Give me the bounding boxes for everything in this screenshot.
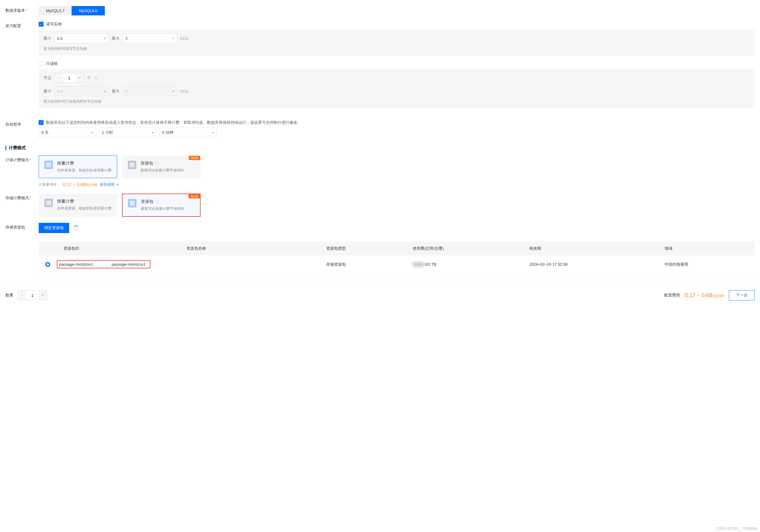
storage-billing-label: 存储计费模式* [5,194,39,201]
rw-min-select[interactable]: 0.5▾ [54,33,109,43]
auto-pause-label: 自动暂停 [5,120,39,127]
row-expire: 2024–02–19 17:32:08 [523,255,658,274]
ro-node-label: 节点 [43,75,51,81]
read-write-checkbox[interactable] [39,22,43,26]
next-step-button[interactable]: 下一步 [729,290,755,300]
ro-unit: CCU [180,89,188,94]
fee-label: 配置费用 [664,292,680,298]
table-row[interactable]: package–lnm0cnv1 package–lnm0cnv1 存储资源包 … [39,255,755,274]
rw-note: 算力区间针对读写节点生效 [43,46,750,51]
chevron-down-icon: ▾ [152,131,154,135]
db-version-option-5-7[interactable]: MySQL5.7 [39,6,71,16]
bind-package-button[interactable]: 绑定资源包 [39,223,69,233]
col-header-name: 资源包名称 [180,242,319,255]
plan-icon [128,161,136,169]
read-write-panel: 最小 0.5▾ 最大 2▾ CCU 算力区间针对读写节点生效 [39,29,755,56]
ro-max-label: 最大 [112,88,119,94]
discount-link[interactable]: 折扣说明 ↗ [100,182,119,187]
auto-pause-checkbox[interactable] [39,120,43,125]
storage-package-label: 存储资源包 [5,223,39,230]
plan-subtitle: 先申请资源，根据实际使用量计费 [57,168,112,173]
stepper-plus-button[interactable]: + [38,291,47,300]
package-table: 资源包ID 资源包名称 资源包类型 使用量(已用/总量) 有效期 地域 pack… [39,242,755,274]
row-name: package–lnm0cnv1 [112,262,148,267]
billing-section-header: 计费模式 [0,140,760,153]
plan-icon [44,199,53,207]
compute-plan-card-resource-pack[interactable]: NEW 资源包 i 最高可比按量计费节省60% [122,155,201,178]
rw-max-label: 最大 [112,36,119,41]
col-header-id: 资源包ID [57,242,180,255]
col-header-type: 资源包类型 [319,242,406,255]
read-only-checkbox[interactable] [39,61,43,66]
row-id-name-highlight: package–lnm0cnv1 package–lnm0cnv1 [57,260,150,268]
row-region: 中国内地通用 [658,255,755,274]
plan-title: 按量计费 [57,199,112,204]
col-header-usage: 使用量(已用/总量) [406,242,523,255]
new-badge: NEW [189,156,200,160]
col-header-expire: 有效期 [523,242,658,255]
ref-price-label: 计算参考价： [39,182,61,187]
pause-minute-select[interactable]: 0 分钟▾ [160,128,217,137]
info-icon[interactable]: i [94,76,98,80]
external-link-icon: ↗ [116,183,119,187]
compute-config-label: 算力配置 [5,22,39,29]
compute-plan-card-pay-as-you-go[interactable]: 按量计费 先申请资源，根据实际使用量计费 [39,155,117,178]
loading-icon [73,226,78,230]
new-badge: NEW [188,194,200,199]
rw-unit: CCU [180,36,188,41]
chevron-down-icon: ▾ [104,36,106,40]
footer-bar: 数量 − + 配置费用 0.17 ~ 0.68元/小时 下一步 [0,286,760,305]
chevron-down-icon: ▾ [104,89,106,93]
pause-hour-select[interactable]: 1 小时▾ [99,128,157,137]
rw-max-select[interactable]: 2▾ [122,33,177,43]
ro-node-value[interactable] [63,73,75,82]
blurred-icon: ████ [413,262,424,267]
stepper-minus-button[interactable]: − [18,291,26,300]
auto-pause-desc: 数据库在以下设定时间内未使用将自动进入暂停状态，暂停后计算将不再计费。若取消勾选… [46,120,297,125]
plan-title: 资源包 i [141,199,184,204]
ro-note: 算力区间针对只读组内所有节点生效 [43,99,750,104]
db-version-option-8-0[interactable]: MySQL8.0 [71,6,105,16]
read-write-label: 读写实例 [46,22,62,27]
chevron-down-icon: ▾ [92,131,93,135]
chevron-down-icon: ▾ [213,131,214,135]
row-id: package–lnm0cnv1 [59,262,111,267]
stepper-plus-button[interactable]: + [75,73,84,82]
row-radio[interactable] [45,262,50,267]
billing-section-title: 计费模式 [9,145,26,151]
plan-title: 按量计费 [57,161,112,166]
db-version-label: 数据库版本* [5,6,39,13]
section-bar-icon [5,146,6,150]
ro-node-unit: 个 [87,75,91,81]
ro-min-label: 最小 [43,88,51,94]
ro-node-stepper[interactable]: − + [54,73,84,83]
stepper-minus-button[interactable]: − [55,73,63,82]
db-version-group: MySQL5.7 MySQL8.0 [39,6,755,16]
plan-subtitle: 最高可比按量计费节省60% [141,206,184,211]
qty-value[interactable] [26,291,38,300]
storage-plan-card-pay-as-you-go[interactable]: 按量计费 先申请资源，根据实际使用量计费 [39,194,117,217]
compute-billing-label: 计算计费模式* [5,155,39,163]
plan-subtitle: 先申请资源，根据实际使用量计费 [57,206,112,211]
ref-price-value: 0.17 ~ 0.68元/小时 [63,182,98,188]
info-icon[interactable]: i [155,200,159,204]
row-type: 存储资源包 [319,255,406,274]
plan-icon [128,199,136,207]
plan-title: 资源包 i [140,161,184,166]
rw-min-label: 最小 [43,36,51,41]
plan-icon [44,161,53,169]
plan-subtitle: 最高可比按量计费节省60% [140,168,184,173]
row-usage: ████ 0/2 TB [406,255,523,274]
read-only-panel: 节点 − + 个 i 最小 0.5▾ 最大 2▾ CCU 算力区间针对只读组内所… [39,69,755,109]
info-icon[interactable]: i [154,161,159,165]
pause-day-select[interactable]: 0 天▾ [39,128,96,137]
qty-label: 数量 [5,292,13,298]
read-only-label: 只读组 [46,61,58,66]
fee-price: 0.17 ~ 0.68元/小时 [685,292,724,299]
qty-stepper[interactable]: − + [18,290,47,300]
col-header-region: 地域 [658,242,755,255]
storage-plan-card-resource-pack[interactable]: NEW 资源包 i 最高可比按量计费节省60% [122,194,201,217]
chevron-down-icon: ▾ [172,36,174,40]
ro-max-select: 2▾ [122,86,177,96]
chevron-down-icon: ▾ [172,89,174,93]
